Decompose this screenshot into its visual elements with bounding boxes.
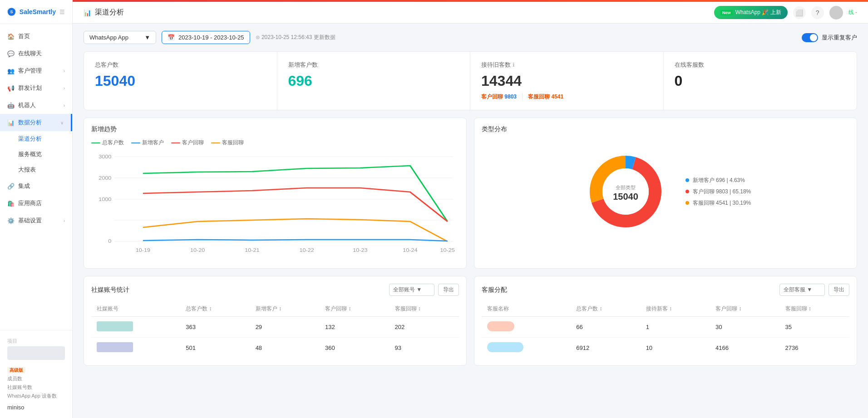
- social-avatar-1: [97, 321, 133, 331]
- sidebar-sub-channel[interactable]: 渠道分析: [0, 131, 72, 147]
- charts-row: 新增趋势 总客户数 新增客户 客户回聊: [84, 118, 857, 269]
- calendar-icon: 📅: [168, 34, 175, 41]
- agent-distribution-table-card: 客服分配 全部客服 ▼ 导出 客服名称 总客户数 ↕: [474, 276, 857, 366]
- social-account-filter-select[interactable]: 全部账号 ▼: [389, 284, 434, 296]
- returning-customers-card: 接待旧客数 ℹ 14344 客户回聊 9803 客服回聊 4541: [470, 52, 664, 110]
- legend-dot-new: [131, 143, 140, 143]
- donut-legend: 新增客户 696 | 4.63% 客户回聊 9803 | 65.18% 客服回聊…: [686, 177, 751, 207]
- new-badge: New: [720, 10, 733, 15]
- chevron-right-icon: ›: [64, 86, 65, 91]
- sidebar-item-campaigns[interactable]: 📢 群发计划 ›: [0, 79, 72, 97]
- col-new-customers[interactable]: 接待新客 ↕: [641, 301, 710, 317]
- date-range-picker[interactable]: 📅 2023-10-19 - 2023-10-25: [162, 31, 250, 44]
- whatsapp-new-button[interactable]: New WhatsApp 🎉 上新: [714, 6, 788, 19]
- agent-avatar-2: [487, 342, 523, 352]
- repeat-customer-toggle[interactable]: [802, 33, 818, 42]
- sidebar-item-data[interactable]: 📊 数据分析 ∨: [0, 114, 72, 131]
- col-total[interactable]: 总客户数 ↕: [180, 301, 250, 317]
- user-avatar[interactable]: [829, 6, 843, 20]
- whatsapp-device-count: WhatsApp App 设备数: [0, 392, 72, 400]
- sidebar-sub-report[interactable]: 大报表: [0, 162, 72, 177]
- sidebar-item-robots[interactable]: 🤖 机器人 ›: [0, 97, 72, 114]
- sidebar-item-label: 机器人: [18, 101, 36, 109]
- table-row: 363 29 132 202: [91, 317, 459, 338]
- content-area: WhatsApp App ▼ 📅 2023-10-19 - 2023-10-25…: [73, 24, 868, 418]
- sidebar-item-chat[interactable]: 💬 在线聊天: [0, 45, 72, 62]
- channel-select[interactable]: WhatsApp App ▼: [84, 31, 156, 44]
- social-accounts-title: 社媒账号统计: [91, 286, 129, 294]
- social-accounts-header: 社媒账号统计 全部账号 ▼ 导出: [91, 284, 459, 296]
- total-customers-value: 15040: [95, 73, 266, 89]
- share-icon[interactable]: ⬜: [793, 6, 806, 19]
- type-distribution-title: 类型分布: [482, 125, 849, 133]
- info-icon[interactable]: ℹ: [513, 62, 515, 68]
- col-agent-reply[interactable]: 客服回聊 ↕: [780, 301, 850, 317]
- social-accounts-export-button[interactable]: 导出: [438, 284, 459, 296]
- sidebar-item-settings[interactable]: ⚙️ 基础设置 ›: [0, 212, 72, 229]
- customer-reply-sub: 客户回聊 9803: [481, 93, 517, 101]
- donut-dot-new: [686, 178, 689, 182]
- legend-dot-total: [91, 143, 100, 143]
- col-agent-reply[interactable]: 客服回聊 ↕: [390, 301, 459, 317]
- trend-chart-title: 新增趋势: [91, 125, 459, 133]
- sidebar-logo: S SaleSmartly ☰: [0, 0, 72, 24]
- agent-filter-select[interactable]: 全部客服 ▼: [779, 284, 825, 296]
- sidebar-item-appstore[interactable]: 🛍️ 应用商店: [0, 195, 72, 212]
- donut-chart: 全部类型 15040: [580, 146, 671, 237]
- svg-text:10-23: 10-23: [353, 248, 367, 253]
- data-icon: 📊: [7, 119, 15, 126]
- sidebar-sub-service[interactable]: 服务概览: [0, 147, 72, 162]
- returning-sub: 客户回聊 9803 客服回聊 4541: [481, 93, 652, 101]
- chevron-right-icon: ›: [64, 103, 65, 108]
- sidebar-item-label: 基础设置: [18, 216, 42, 225]
- sidebar-bottom: 项目 高级版 成员数 社媒账号数 WhatsApp App 设备数 miniso: [0, 330, 72, 418]
- social-accounts-filter: 全部账号 ▼ 导出: [389, 284, 459, 296]
- robot-icon: 🤖: [7, 102, 15, 109]
- col-customer-reply[interactable]: 客户回聊 ↕: [710, 301, 779, 317]
- agent-distribution-title: 客服分配: [482, 286, 507, 294]
- sidebar-item-label: 客户管理: [18, 67, 42, 75]
- donut-dot-customer-reply: [686, 190, 689, 193]
- svg-text:15040: 15040: [613, 192, 638, 202]
- sidebar-item-integration[interactable]: 🔗 集成: [0, 177, 72, 195]
- col-new[interactable]: 新增客户 ↕: [250, 301, 320, 317]
- donut-container: 全部类型 15040 新增客户 696 | 4.63% 客户回聊 9803 | …: [482, 139, 849, 244]
- social-avatar-2: [97, 342, 133, 352]
- topbar: 📊 渠道分析 New WhatsApp 🎉 上新 ⬜ ? 线 -: [73, 2, 868, 24]
- col-customer-reply[interactable]: 客户回聊 ↕: [320, 301, 389, 317]
- appstore-icon: 🛍️: [7, 200, 15, 207]
- logo-text: SaleSmartly: [20, 8, 56, 15]
- main-content: 📊 渠道分析 New WhatsApp 🎉 上新 ⬜ ? 线 - WhatsAp…: [73, 0, 868, 418]
- sidebar-collapse-icon[interactable]: ☰: [59, 9, 65, 15]
- page-title: 渠道分析: [95, 8, 124, 17]
- svg-text:1000: 1000: [99, 197, 111, 202]
- agent-distribution-export-button[interactable]: 导出: [829, 284, 849, 296]
- social-accounts-table: 社媒账号 总客户数 ↕ 新增客户 ↕ 客户回聊 ↕ 客服回聊 ↕ 363 29: [91, 301, 459, 358]
- sidebar-item-customers[interactable]: 👥 客户管理 ›: [0, 62, 72, 79]
- sidebar-item-home[interactable]: 🏠 首页: [0, 28, 72, 45]
- total-customers-label: 总客户数: [95, 61, 266, 69]
- update-info-text: ⊙ 2023-10-25 12:56:43 更新数据: [256, 34, 335, 41]
- online-agents-card: 在线客服数 0: [664, 52, 857, 110]
- campaigns-icon: 📢: [7, 84, 15, 92]
- table-row: 501 48 360 93: [91, 338, 459, 359]
- filter-bar: WhatsApp App ▼ 📅 2023-10-19 - 2023-10-25…: [84, 31, 857, 44]
- chevron-right-icon: ›: [64, 218, 65, 223]
- question-icon[interactable]: ?: [811, 6, 824, 19]
- table-row: 66 1 30 35: [482, 317, 849, 338]
- online-agents-value: 0: [675, 73, 846, 89]
- legend-customer-reply: 客户回聊: [171, 139, 204, 147]
- legend-total: 总客户数: [91, 139, 124, 147]
- sidebar-nav: 🏠 首页 💬 在线聊天 👥 客户管理 › 📢 群发计划 › 🤖 机器人 › 📊 …: [0, 24, 72, 330]
- agent-avatar-1: [487, 321, 514, 331]
- chevron-down-icon: ▼: [416, 286, 422, 293]
- sidebar-item-label: 应用商店: [18, 199, 42, 207]
- member-count: 成员数: [0, 374, 72, 383]
- sidebar-item-label: 数据分析: [18, 118, 42, 127]
- settings-icon: ⚙️: [7, 217, 15, 224]
- col-total[interactable]: 总客户数 ↕: [571, 301, 640, 317]
- type-distribution-card: 类型分布 全部类型: [474, 118, 857, 269]
- svg-text:2000: 2000: [99, 176, 111, 181]
- channel-select-value: WhatsApp App: [89, 34, 128, 41]
- breadcrumb-icon: 📊: [84, 9, 91, 16]
